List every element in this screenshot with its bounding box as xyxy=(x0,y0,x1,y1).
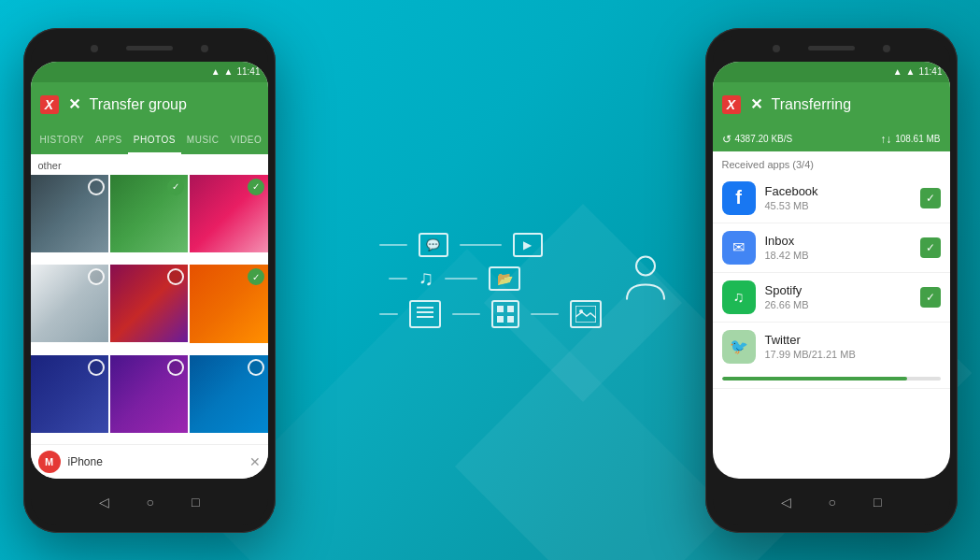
received-label: Received apps (3/4) xyxy=(713,151,950,174)
spotify-icon: ♫ xyxy=(722,280,756,314)
left-nav-bar: ◁ ○ □ xyxy=(31,479,268,525)
tab-history[interactable]: HISTORY xyxy=(35,127,91,154)
tab-video[interactable]: VIDEO xyxy=(225,127,268,154)
left-status-bar-right: ▲ ▲ 11:41 xyxy=(211,66,261,77)
facebook-size: 45.53 MB xyxy=(765,200,911,211)
right-status-bar-right: ▲ ▲ 11:41 xyxy=(893,66,943,77)
right-signal-icon: ▲ xyxy=(906,66,916,77)
speed-icon: ↺ xyxy=(722,133,731,146)
spotify-size: 26.66 MB xyxy=(765,299,911,310)
tab-photos[interactable]: PHOTOS xyxy=(128,127,181,154)
left-app-bar: X ✕ Transfer group xyxy=(31,82,268,127)
right-nav-bar: ◁ ○ □ xyxy=(713,479,950,525)
right-phone-camera-2 xyxy=(883,45,890,52)
twitter-progress-fill xyxy=(722,377,908,381)
right-phone-screen: ▲ ▲ 11:41 X ✕ Transferring ↺ 4387.20 KB/… xyxy=(713,62,950,479)
photo-1[interactable] xyxy=(31,175,108,252)
left-phone-speaker xyxy=(126,46,173,50)
right-recents-btn[interactable]: □ xyxy=(873,495,881,510)
right-app-title: Transferring xyxy=(772,96,941,113)
photos-section-label: other xyxy=(31,154,268,175)
twitter-name: Twitter xyxy=(765,333,941,347)
list-icon xyxy=(409,300,441,328)
photo-7[interactable] xyxy=(31,355,108,433)
right-phone-top-bar xyxy=(713,36,950,62)
facebook-icon: f xyxy=(722,181,756,215)
inbox-size: 18.42 MB xyxy=(765,250,911,261)
transfer-row-1: 💬 ▶ xyxy=(379,233,543,257)
photo-6[interactable] xyxy=(190,265,267,342)
svg-rect-1 xyxy=(417,311,433,313)
left-app-title: Transfer group xyxy=(90,96,259,113)
left-phone-top-bar xyxy=(31,36,268,62)
device-close-btn[interactable]: ✕ xyxy=(249,454,261,469)
t-line-3b xyxy=(452,313,480,315)
chat-icon: 💬 xyxy=(419,233,448,257)
device-bar: M iPhone ✕ xyxy=(31,444,268,479)
folder-icon: 📂 xyxy=(489,266,520,291)
right-home-btn[interactable]: ○ xyxy=(829,495,836,510)
app-item-inbox: ✉ Inbox 18.42 MB ✓ xyxy=(713,223,950,273)
t-line-1a xyxy=(379,244,407,246)
right-status-bar: ▲ ▲ 11:41 xyxy=(713,62,950,82)
app-list: f Facebook 45.53 MB ✓ ✉ Inbox 18.42 MB ✓ xyxy=(713,174,950,479)
right-app-logo: X xyxy=(722,95,741,114)
tab-apps[interactable]: APPS xyxy=(90,127,128,154)
t-line-1b xyxy=(460,244,502,246)
t-line-2b xyxy=(445,278,477,280)
photo-8[interactable] xyxy=(110,355,188,433)
right-phone-speaker xyxy=(808,46,855,50)
right-time: 11:41 xyxy=(918,66,942,77)
left-status-bar: ▲ ▲ 11:41 xyxy=(31,62,268,82)
facebook-name: Facebook xyxy=(765,184,911,198)
right-close-btn[interactable]: ✕ xyxy=(750,95,762,113)
photo-4[interactable] xyxy=(31,265,108,342)
play-icon: ▶ xyxy=(513,233,543,257)
size-icon: ↑↓ xyxy=(880,133,891,146)
device-avatar: M xyxy=(38,451,61,473)
twitter-icon: 🐦 xyxy=(722,330,756,364)
grid-icon xyxy=(491,300,519,328)
photo-9[interactable] xyxy=(190,355,267,433)
inbox-icon: ✉ xyxy=(722,231,756,265)
twitter-progress-bar xyxy=(722,377,941,381)
music-icon: ♫ xyxy=(419,266,434,291)
right-back-btn[interactable]: ◁ xyxy=(781,495,791,510)
spotify-check: ✓ xyxy=(920,287,941,308)
t-line-2a xyxy=(389,278,407,280)
speed-value: 4387.20 KB/S xyxy=(735,134,793,144)
left-close-btn[interactable]: ✕ xyxy=(68,95,80,113)
left-phone-camera-2 xyxy=(201,45,208,52)
right-wifi-icon: ▲ xyxy=(893,66,902,77)
spotify-info: Spotify 26.66 MB xyxy=(765,283,911,310)
photo-5[interactable] xyxy=(110,265,188,342)
photo-2[interactable] xyxy=(110,175,188,252)
photo-3[interactable] xyxy=(190,175,267,252)
transfer-speed: ↺ 4387.20 KB/S xyxy=(722,133,793,146)
left-home-btn[interactable]: ○ xyxy=(147,495,154,510)
svg-rect-2 xyxy=(417,316,433,318)
left-time: 11:41 xyxy=(236,66,260,77)
svg-rect-5 xyxy=(497,316,504,323)
svg-point-9 xyxy=(636,256,655,275)
main-layout: ▲ ▲ 11:41 X ✕ Transfer group HISTORY APP… xyxy=(23,19,958,542)
left-phone: ▲ ▲ 11:41 X ✕ Transfer group HISTORY APP… xyxy=(23,28,276,533)
facebook-info: Facebook 45.53 MB xyxy=(765,184,911,211)
size-value: 108.61 MB xyxy=(895,134,940,144)
left-back-btn[interactable]: ◁ xyxy=(99,495,109,510)
t-line-3a xyxy=(379,313,398,315)
app-item-facebook: f Facebook 45.53 MB ✓ xyxy=(713,174,950,223)
twitter-info: Twitter 17.99 MB/21.21 MB xyxy=(765,333,941,360)
spotify-name: Spotify xyxy=(765,283,911,297)
facebook-check: ✓ xyxy=(920,188,941,208)
device-name: iPhone xyxy=(68,455,242,468)
transfer-row-2: ♫ 📂 xyxy=(389,266,521,291)
tab-music[interactable]: MUSIC xyxy=(181,127,225,154)
right-phone: ▲ ▲ 11:41 X ✕ Transferring ↺ 4387.20 KB/… xyxy=(705,28,958,533)
transfer-center: 💬 ▶ ♫ 📂 xyxy=(276,19,705,542)
svg-rect-6 xyxy=(507,316,514,323)
transfer-info-bar: ↺ 4387.20 KB/S ↑↓ 108.61 MB xyxy=(713,127,950,151)
person-icon xyxy=(625,252,667,308)
left-recents-btn[interactable]: □ xyxy=(192,495,199,510)
twitter-size: 17.99 MB/21.21 MB xyxy=(765,349,941,360)
